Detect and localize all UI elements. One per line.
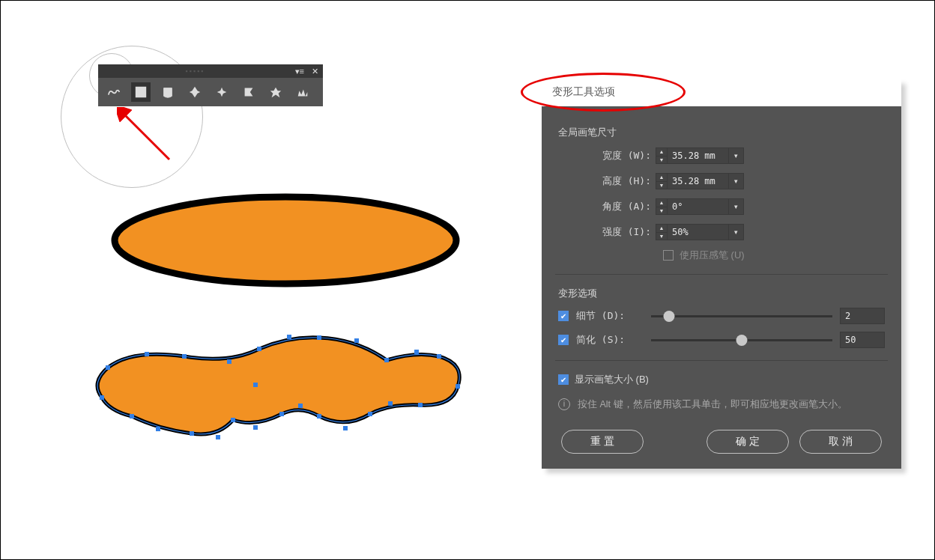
tool-warp-8[interactable] [293,82,312,102]
svg-rect-19 [317,414,321,419]
tool-warp-4[interactable] [185,82,205,102]
hint-row: i 按住 Alt 键，然后使用该工具单击，即可相应地更改画笔大小。 [558,397,885,412]
flyout-icon[interactable]: ▾≡ [295,67,304,76]
ok-button[interactable]: 确定 [706,430,789,454]
info-icon: i [558,398,570,410]
svg-rect-28 [253,383,258,387]
svg-rect-6 [227,359,232,364]
angle-spinner[interactable]: ▲▼ [656,198,668,215]
show-brush-row: ✔ 显示画笔大小 (B) [558,373,885,386]
svg-rect-7 [257,347,261,351]
canvas-ellipse-shape [109,192,462,289]
intensity-dropdown[interactable]: ▾ [729,224,744,240]
close-icon[interactable]: ✕ [312,67,318,76]
simplify-value[interactable] [840,332,885,348]
simplify-checkbox[interactable]: ✔ [558,335,569,345]
svg-rect-15 [418,403,423,407]
svg-rect-16 [388,401,393,406]
simplify-label: 简化 (S): [576,333,644,347]
width-row: 宽度 (W): ▲▼ ▾ [558,145,885,166]
svg-rect-3 [106,365,110,370]
divider-2 [555,360,888,361]
width-spinner[interactable]: ▲▼ [656,147,668,164]
simplify-row: ✔ 简化 (S): [558,332,885,348]
warp-tool-options-dialog: 变形工具选项 全局画笔尺寸 宽度 (W): ▲▼ ▾ 高度 (H): ▲▼ ▾ … [542,79,901,469]
canvas-warped-shape[interactable] [87,330,469,442]
intensity-label: 强度 (I): [558,225,656,239]
hint-text: 按住 Alt 键，然后使用该工具单击，即可相应地更改画笔大小。 [578,397,847,412]
svg-rect-21 [279,412,284,416]
svg-rect-18 [343,426,348,430]
detail-checkbox[interactable]: ✔ [558,311,569,321]
detail-slider[interactable] [651,315,832,317]
panel-titlebar[interactable]: ▪▪▪▪▪ ▾≡ ✕ [98,64,323,78]
angle-input[interactable] [668,198,729,215]
width-label: 宽度 (W): [558,149,656,162]
svg-rect-4 [145,352,149,356]
svg-rect-24 [216,435,220,439]
svg-rect-27 [130,414,134,419]
svg-rect-5 [182,354,187,359]
svg-rect-14 [456,384,460,389]
intensity-spinner[interactable]: ▲▼ [656,224,668,240]
height-input[interactable] [668,173,729,189]
tool-warp-3[interactable] [158,82,178,102]
panel-body [98,78,323,106]
brush-size-section-label: 全局画笔尺寸 [558,126,885,139]
svg-rect-12 [414,350,419,354]
cancel-button[interactable]: 取消 [799,430,882,454]
svg-rect-22 [253,425,258,430]
tool-warp-6[interactable] [239,82,258,102]
simplify-slider[interactable] [651,339,832,341]
svg-rect-8 [287,335,291,339]
warp-tools-panel: ▪▪▪▪▪ ▾≡ ✕ [98,64,323,106]
show-brush-label: 显示画笔大小 (B) [575,373,649,386]
panel-grip: ▪▪▪▪▪ [103,67,288,75]
height-spinner[interactable]: ▲▼ [656,173,668,189]
height-label: 高度 (H): [558,174,656,188]
svg-point-1 [115,197,456,284]
angle-dropdown[interactable]: ▾ [729,198,744,215]
warp-section-label: 变形选项 [558,287,885,300]
width-dropdown[interactable]: ▾ [729,147,744,164]
intensity-row: 强度 (I): ▲▼ ▾ [558,222,885,243]
svg-rect-25 [190,431,194,436]
reset-button[interactable]: 重置 [561,430,644,454]
svg-rect-17 [368,412,372,416]
svg-rect-26 [156,427,160,431]
intensity-input[interactable] [668,224,729,240]
svg-rect-23 [231,418,235,422]
svg-rect-10 [354,338,359,343]
svg-rect-20 [298,404,303,408]
svg-rect-13 [437,354,441,359]
svg-rect-2 [100,395,104,400]
angle-label: 角度 (A): [558,200,656,213]
height-dropdown[interactable]: ▾ [729,173,744,189]
dialog-title: 变形工具选项 [542,79,901,106]
tool-warp-5[interactable] [212,82,232,102]
svg-rect-9 [317,335,321,340]
divider [555,274,888,275]
tool-warp-7[interactable] [266,82,285,102]
detail-row: ✔ 细节 (D): [558,308,885,324]
detail-label: 细节 (D): [576,309,644,323]
pressure-pen-label: 使用压感笔 (U) [680,249,745,262]
tool-warp-1[interactable] [104,82,124,102]
detail-value[interactable] [840,308,885,324]
tool-warp-2[interactable] [131,82,151,102]
pressure-pen-checkbox[interactable] [663,250,674,261]
svg-rect-11 [384,358,389,362]
height-row: 高度 (H): ▲▼ ▾ [558,171,885,192]
show-brush-checkbox[interactable]: ✔ [558,374,569,385]
pressure-pen-row: 使用压感笔 (U) [558,249,885,262]
angle-row: 角度 (A): ▲▼ ▾ [558,196,885,217]
width-input[interactable] [668,147,729,164]
